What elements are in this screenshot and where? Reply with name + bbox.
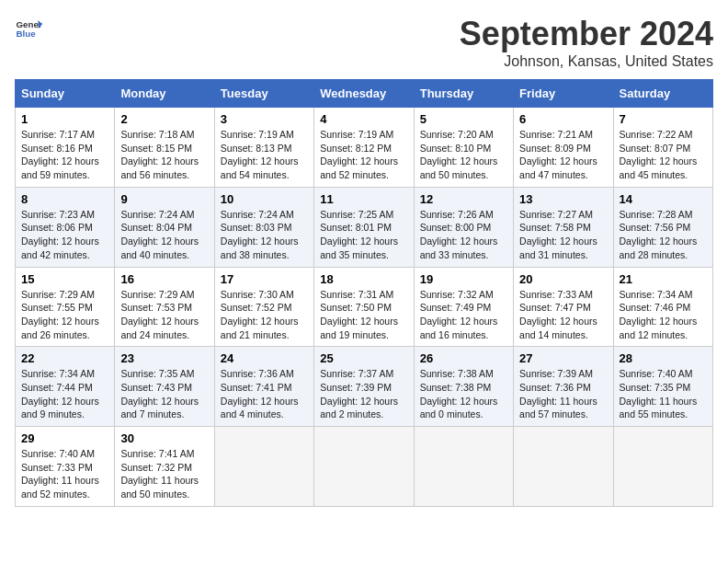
cell-content: Sunrise: 7:19 AM Sunset: 8:13 PM Dayligh… [221,128,308,182]
calendar-cell: 24Sunrise: 7:36 AM Sunset: 7:41 PM Dayli… [214,347,313,427]
calendar-table: SundayMondayTuesdayWednesdayThursdayFrid… [15,79,713,507]
day-number: 18 [320,272,407,286]
col-header-wednesday: Wednesday [314,80,414,108]
cell-content: Sunrise: 7:41 AM Sunset: 7:32 PM Dayligh… [120,447,208,501]
week-row-4: 22Sunrise: 7:34 AM Sunset: 7:44 PM Dayli… [16,347,713,427]
day-number: 22 [21,351,108,365]
cell-content: Sunrise: 7:39 AM Sunset: 7:36 PM Dayligh… [519,367,607,421]
day-number: 7 [620,112,707,126]
calendar-cell [314,427,414,507]
day-number: 2 [120,112,208,126]
svg-text:Blue: Blue [17,29,37,39]
calendar-cell: 25Sunrise: 7:37 AM Sunset: 7:39 PM Dayli… [314,347,414,427]
cell-content: Sunrise: 7:23 AM Sunset: 8:06 PM Dayligh… [21,208,108,262]
cell-content: Sunrise: 7:18 AM Sunset: 8:15 PM Dayligh… [120,128,208,182]
calendar-cell: 2Sunrise: 7:18 AM Sunset: 8:15 PM Daylig… [115,108,214,188]
cell-content: Sunrise: 7:31 AM Sunset: 7:50 PM Dayligh… [320,288,407,342]
day-number: 10 [221,192,308,206]
calendar-cell: 16Sunrise: 7:29 AM Sunset: 7:53 PM Dayli… [115,267,214,347]
day-number: 19 [420,272,507,286]
calendar-cell: 13Sunrise: 7:27 AM Sunset: 7:58 PM Dayli… [514,187,613,267]
col-header-thursday: Thursday [414,80,513,108]
day-number: 26 [420,351,507,365]
day-number: 20 [519,272,607,286]
cell-content: Sunrise: 7:24 AM Sunset: 8:03 PM Dayligh… [221,208,308,262]
cell-content: Sunrise: 7:25 AM Sunset: 8:01 PM Dayligh… [320,208,407,262]
cell-content: Sunrise: 7:26 AM Sunset: 8:00 PM Dayligh… [420,208,507,262]
day-number: 6 [519,112,607,126]
day-number: 11 [320,192,407,206]
calendar-cell: 22Sunrise: 7:34 AM Sunset: 7:44 PM Dayli… [16,347,115,427]
calendar-cell: 5Sunrise: 7:20 AM Sunset: 8:10 PM Daylig… [414,108,513,188]
cell-content: Sunrise: 7:34 AM Sunset: 7:44 PM Dayligh… [21,367,108,421]
day-number: 21 [620,272,707,286]
cell-content: Sunrise: 7:40 AM Sunset: 7:33 PM Dayligh… [21,447,108,501]
day-number: 17 [221,272,308,286]
calendar-cell [414,427,513,507]
page-title: September 2024 [460,15,713,53]
calendar-cell: 7Sunrise: 7:22 AM Sunset: 8:07 PM Daylig… [613,108,712,188]
day-number: 28 [620,351,707,365]
logo: General Blue [15,15,42,42]
cell-content: Sunrise: 7:21 AM Sunset: 8:09 PM Dayligh… [519,128,607,182]
col-header-sunday: Sunday [16,80,115,108]
cell-content: Sunrise: 7:38 AM Sunset: 7:38 PM Dayligh… [420,367,507,421]
cell-content: Sunrise: 7:22 AM Sunset: 8:07 PM Dayligh… [620,128,707,182]
day-number: 29 [21,431,108,445]
calendar-cell: 15Sunrise: 7:29 AM Sunset: 7:55 PM Dayli… [16,267,115,347]
cell-content: Sunrise: 7:35 AM Sunset: 7:43 PM Dayligh… [120,367,208,421]
calendar-cell [613,427,712,507]
calendar-cell: 26Sunrise: 7:38 AM Sunset: 7:38 PM Dayli… [414,347,513,427]
day-number: 23 [120,351,208,365]
calendar-cell: 1Sunrise: 7:17 AM Sunset: 8:16 PM Daylig… [16,108,115,188]
day-number: 14 [620,192,707,206]
calendar-cell: 10Sunrise: 7:24 AM Sunset: 8:03 PM Dayli… [214,187,313,267]
day-number: 27 [519,351,607,365]
day-number: 1 [21,112,108,126]
calendar-cell: 12Sunrise: 7:26 AM Sunset: 8:00 PM Dayli… [414,187,513,267]
cell-content: Sunrise: 7:33 AM Sunset: 7:47 PM Dayligh… [519,288,607,342]
day-number: 24 [221,351,308,365]
col-header-monday: Monday [115,80,214,108]
calendar-cell: 19Sunrise: 7:32 AM Sunset: 7:49 PM Dayli… [414,267,513,347]
day-number: 3 [221,112,308,126]
cell-content: Sunrise: 7:36 AM Sunset: 7:41 PM Dayligh… [221,367,308,421]
cell-content: Sunrise: 7:29 AM Sunset: 7:53 PM Dayligh… [120,288,208,342]
day-number: 5 [420,112,507,126]
cell-content: Sunrise: 7:34 AM Sunset: 7:46 PM Dayligh… [620,288,707,342]
cell-content: Sunrise: 7:17 AM Sunset: 8:16 PM Dayligh… [21,128,108,182]
calendar-cell: 23Sunrise: 7:35 AM Sunset: 7:43 PM Dayli… [115,347,214,427]
cell-content: Sunrise: 7:30 AM Sunset: 7:52 PM Dayligh… [221,288,308,342]
col-header-saturday: Saturday [613,80,712,108]
logo-icon: General Blue [15,15,42,42]
page-subtitle: Johnson, Kansas, United States [460,53,713,70]
header: General Blue September 2024 Johnson, Kan… [15,15,713,70]
title-area: September 2024 Johnson, Kansas, United S… [460,15,713,70]
calendar-cell: 27Sunrise: 7:39 AM Sunset: 7:36 PM Dayli… [514,347,613,427]
day-number: 4 [320,112,407,126]
week-row-5: 29Sunrise: 7:40 AM Sunset: 7:33 PM Dayli… [16,427,713,507]
calendar-cell [514,427,613,507]
calendar-cell: 11Sunrise: 7:25 AM Sunset: 8:01 PM Dayli… [314,187,414,267]
day-number: 25 [320,351,407,365]
calendar-cell: 14Sunrise: 7:28 AM Sunset: 7:56 PM Dayli… [613,187,712,267]
cell-content: Sunrise: 7:27 AM Sunset: 7:58 PM Dayligh… [519,208,607,262]
calendar-cell: 18Sunrise: 7:31 AM Sunset: 7:50 PM Dayli… [314,267,414,347]
day-number: 13 [519,192,607,206]
cell-content: Sunrise: 7:28 AM Sunset: 7:56 PM Dayligh… [620,208,707,262]
calendar-cell: 29Sunrise: 7:40 AM Sunset: 7:33 PM Dayli… [16,427,115,507]
cell-content: Sunrise: 7:29 AM Sunset: 7:55 PM Dayligh… [21,288,108,342]
calendar-cell: 9Sunrise: 7:24 AM Sunset: 8:04 PM Daylig… [115,187,214,267]
calendar-cell: 8Sunrise: 7:23 AM Sunset: 8:06 PM Daylig… [16,187,115,267]
cell-content: Sunrise: 7:24 AM Sunset: 8:04 PM Dayligh… [120,208,208,262]
day-number: 15 [21,272,108,286]
week-row-2: 8Sunrise: 7:23 AM Sunset: 8:06 PM Daylig… [16,187,713,267]
col-header-tuesday: Tuesday [214,80,313,108]
calendar-cell: 30Sunrise: 7:41 AM Sunset: 7:32 PM Dayli… [115,427,214,507]
day-number: 9 [120,192,208,206]
calendar-cell: 3Sunrise: 7:19 AM Sunset: 8:13 PM Daylig… [214,108,313,188]
week-row-1: 1Sunrise: 7:17 AM Sunset: 8:16 PM Daylig… [16,108,713,188]
calendar-cell: 4Sunrise: 7:19 AM Sunset: 8:12 PM Daylig… [314,108,414,188]
cell-content: Sunrise: 7:19 AM Sunset: 8:12 PM Dayligh… [320,128,407,182]
week-row-3: 15Sunrise: 7:29 AM Sunset: 7:55 PM Dayli… [16,267,713,347]
